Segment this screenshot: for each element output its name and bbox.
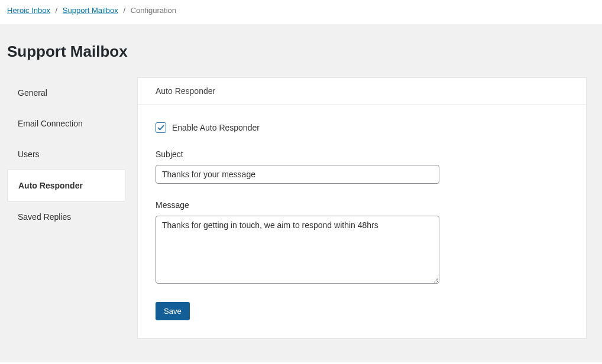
sidebar-item-general[interactable]: General — [7, 77, 125, 108]
panel-body: Enable Auto Responder Subject Message Th… — [138, 105, 586, 338]
sidebar-item-label: Email Connection — [18, 119, 83, 128]
breadcrumb: Heroic Inbox / Support Mailbox / Configu… — [0, 0, 602, 24]
subject-label: Subject — [156, 150, 568, 159]
breadcrumb-link-support-mailbox[interactable]: Support Mailbox — [63, 6, 118, 15]
message-textarea[interactable]: Thanks for getting in touch, we aim to r… — [156, 216, 439, 284]
sidebar-item-users[interactable]: Users — [7, 139, 125, 170]
save-button[interactable]: Save — [156, 302, 190, 320]
sidebar-item-auto-responder[interactable]: Auto Responder — [7, 170, 125, 202]
sidebar-item-saved-replies[interactable]: Saved Replies — [7, 202, 125, 232]
breadcrumb-link-heroic-inbox[interactable]: Heroic Inbox — [7, 6, 50, 15]
panel-header: Auto Responder — [138, 78, 586, 105]
breadcrumb-separator: / — [123, 6, 125, 15]
sidebar-item-email-connection[interactable]: Email Connection — [7, 108, 125, 139]
settings-sidebar: General Email Connection Users Auto Resp… — [7, 77, 125, 339]
message-field: Message Thanks for getting in touch, we … — [156, 200, 568, 285]
sidebar-item-label: General — [18, 88, 47, 98]
subject-field: Subject — [156, 150, 568, 184]
settings-layout: General Email Connection Users Auto Resp… — [7, 77, 595, 339]
page-title: Support Mailbox — [7, 43, 595, 61]
enable-auto-responder-field: Enable Auto Responder — [156, 122, 568, 133]
message-label: Message — [156, 200, 568, 210]
page-content: Support Mailbox General Email Connection… — [0, 24, 602, 362]
breadcrumb-separator: / — [56, 6, 58, 15]
sidebar-item-label: Users — [18, 150, 40, 159]
enable-auto-responder-checkbox[interactable] — [156, 122, 166, 133]
settings-panel: Auto Responder Enable Auto Responder Sub… — [137, 77, 587, 339]
enable-auto-responder-label: Enable Auto Responder — [172, 123, 260, 132]
subject-input[interactable] — [156, 165, 439, 184]
breadcrumb-current: Configuration — [131, 6, 176, 15]
check-icon — [157, 124, 164, 131]
sidebar-item-label: Auto Responder — [18, 181, 83, 190]
sidebar-item-label: Saved Replies — [18, 212, 71, 222]
